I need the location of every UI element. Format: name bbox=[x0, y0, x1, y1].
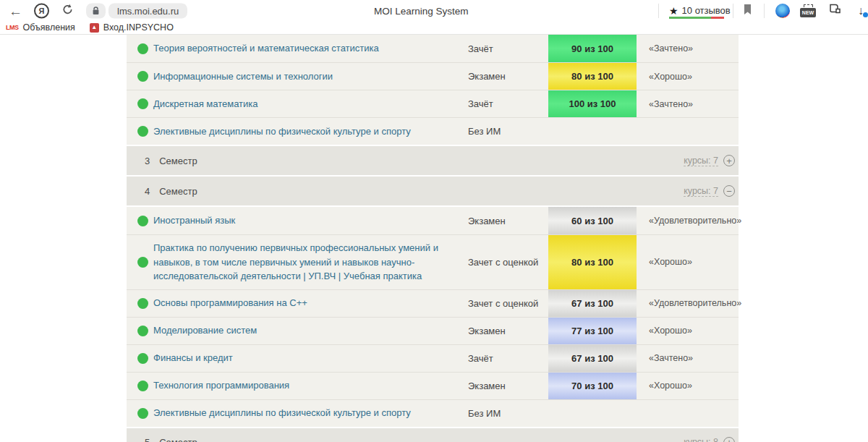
bookmark-icon[interactable] bbox=[743, 4, 752, 18]
course-row: Дискретная математикаЗачёт100 из 100«Зач… bbox=[127, 90, 739, 117]
semester-row: 3Семестркурсы: 7+ bbox=[127, 146, 739, 175]
course-row: Теория вероятностей и математическая ста… bbox=[127, 35, 739, 62]
semester-number: 3 bbox=[145, 156, 150, 166]
bookmark-item-inpsycho[interactable]: ▲ Вход.INPSYCHO bbox=[90, 22, 174, 33]
score-badge: 67 из 100 bbox=[548, 345, 637, 372]
score-badge: 60 из 100 bbox=[548, 207, 637, 234]
semester-controls: курсы: 7− bbox=[684, 185, 735, 197]
course-row: Элективные дисциплины по физической куль… bbox=[127, 117, 739, 145]
bookmarks-bar: LMS Объявления ▲ Вход.INPSYCHO bbox=[0, 21, 868, 35]
result-text: «Хорошо» bbox=[637, 257, 739, 267]
exam-type: Без ИМ bbox=[468, 126, 548, 137]
status-dot-icon bbox=[137, 257, 148, 268]
grades-table: Теория вероятностей и математическая ста… bbox=[127, 35, 739, 442]
status-dot-icon bbox=[137, 43, 148, 54]
rating-bar bbox=[669, 17, 724, 19]
result-text: «Удовлетворительно» bbox=[637, 216, 741, 226]
new-badge: NEW bbox=[800, 8, 816, 17]
download-icon[interactable]: ↓ bbox=[858, 4, 864, 17]
bookmark-label: Объявления bbox=[23, 22, 75, 33]
course-link[interactable]: Моделирование систем bbox=[153, 318, 468, 344]
exam-type: Зачёт bbox=[468, 353, 548, 364]
semester-row: 4Семестркурсы: 7− bbox=[127, 177, 739, 205]
score-badge: 100 из 100 bbox=[548, 90, 637, 117]
collapse-icon[interactable]: − bbox=[723, 185, 735, 197]
status-dot-icon bbox=[137, 126, 148, 137]
course-row: Элективные дисциплины по физической куль… bbox=[127, 399, 739, 427]
back-button[interactable]: ← bbox=[9, 4, 22, 17]
exam-type: Зачет с оценкой bbox=[468, 298, 548, 309]
status-dot-icon bbox=[137, 298, 148, 309]
course-link[interactable]: Дискретная математика bbox=[153, 91, 468, 117]
status-dot-icon bbox=[137, 98, 148, 109]
course-row: Иностранный языкЭкзамен60 из 100«Удовлет… bbox=[127, 207, 739, 234]
exam-type: Зачет с оценкой bbox=[468, 257, 548, 268]
score-cell: 67 из 100 bbox=[548, 290, 637, 317]
status-dot-icon bbox=[137, 353, 148, 364]
semester-controls: курсы: 7+ bbox=[684, 155, 735, 166]
score-cell bbox=[548, 118, 637, 145]
bookmark-item-lms[interactable]: LMS Объявления bbox=[6, 22, 75, 33]
course-row: Практика по получению первичных професси… bbox=[127, 234, 739, 289]
course-link[interactable]: Элективные дисциплины по физической куль… bbox=[153, 400, 468, 426]
expand-icon[interactable]: + bbox=[723, 437, 735, 442]
reviews-rating[interactable]: ★ 10 отзывов bbox=[669, 5, 731, 17]
lock-icon[interactable] bbox=[86, 3, 106, 18]
status-dot-icon bbox=[137, 381, 148, 391]
screenshot-new-icon[interactable]: NEW bbox=[800, 4, 816, 17]
result-text: «Зачтено» bbox=[637, 99, 739, 109]
download-dot bbox=[863, 12, 868, 17]
course-link[interactable]: Технология программирования bbox=[153, 373, 468, 399]
status-dot-icon bbox=[137, 408, 148, 419]
course-link[interactable]: Практика по получению первичных професси… bbox=[153, 235, 468, 289]
reviews-count: 10 отзывов bbox=[682, 5, 731, 16]
score-badge: 67 из 100 bbox=[548, 290, 637, 317]
score-cell: 90 из 100 bbox=[548, 35, 637, 62]
divider bbox=[764, 4, 765, 18]
score-cell: 80 из 100 bbox=[548, 63, 637, 90]
result-text: «Хорошо» bbox=[637, 326, 739, 336]
browser-chrome: ← Я lms.moi.edu.ru MOI Learning System ★… bbox=[0, 0, 868, 21]
course-link[interactable]: Иностранный язык bbox=[153, 208, 468, 234]
semester-label: Семестр bbox=[159, 437, 197, 442]
course-row: Моделирование системЭкзамен77 из 100«Хор… bbox=[127, 317, 739, 344]
exam-type: Экзамен bbox=[468, 216, 548, 226]
score-badge: 90 из 100 bbox=[548, 35, 637, 62]
score-cell: 80 из 100 bbox=[548, 235, 637, 289]
courses-count-link[interactable]: курсы: 7 bbox=[684, 186, 718, 197]
courses-count-link[interactable]: курсы: 7 bbox=[684, 156, 718, 166]
yandex-search-icon[interactable]: Я bbox=[34, 3, 49, 18]
browser-window: ← Я lms.moi.edu.ru MOI Learning System ★… bbox=[0, 0, 868, 442]
address-bar[interactable]: lms.moi.edu.ru bbox=[109, 3, 187, 18]
expand-icon[interactable]: + bbox=[723, 155, 735, 166]
refresh-button[interactable] bbox=[61, 3, 74, 18]
status-dot-icon bbox=[137, 216, 148, 226]
exam-type: Экзамен bbox=[468, 71, 548, 82]
camera-bracket-icon bbox=[804, 4, 813, 7]
divider bbox=[658, 4, 659, 18]
semester-number: 5 bbox=[145, 437, 150, 442]
exam-type: Без ИМ bbox=[468, 408, 548, 419]
course-link[interactable]: Элективные дисциплины по физической куль… bbox=[153, 119, 468, 145]
exam-type: Экзамен bbox=[468, 381, 548, 391]
semester-label: Семестр bbox=[159, 156, 197, 166]
status-dot-icon bbox=[137, 326, 148, 336]
course-link[interactable]: Финансы и кредит bbox=[153, 345, 468, 371]
result-text: «Зачтено» bbox=[637, 353, 739, 363]
extension-sphere-icon[interactable] bbox=[775, 4, 790, 18]
score-badge: 80 из 100 bbox=[548, 235, 637, 289]
result-text: «Зачтено» bbox=[637, 43, 739, 54]
course-row: Основы программирования на C++Зачет с оц… bbox=[127, 289, 739, 317]
course-link[interactable]: Теория вероятностей и математическая ста… bbox=[153, 35, 468, 61]
score-cell: 77 из 100 bbox=[548, 318, 637, 344]
semester-number: 4 bbox=[145, 186, 150, 197]
courses-count-link[interactable]: курсы: 8 bbox=[684, 437, 718, 442]
course-link[interactable]: Основы программирования на C++ bbox=[153, 290, 468, 316]
protect-glove-icon[interactable] bbox=[827, 3, 842, 18]
status-dot-icon bbox=[137, 71, 148, 82]
course-link[interactable]: Информационные системы и технологии bbox=[153, 64, 468, 90]
score-badge: 80 из 100 bbox=[548, 63, 637, 90]
inpsycho-favicon: ▲ bbox=[90, 23, 99, 33]
bookmark-label: Вход.INPSYCHO bbox=[103, 22, 174, 33]
semester-row: 5Семестркурсы: 8+ bbox=[127, 428, 739, 442]
